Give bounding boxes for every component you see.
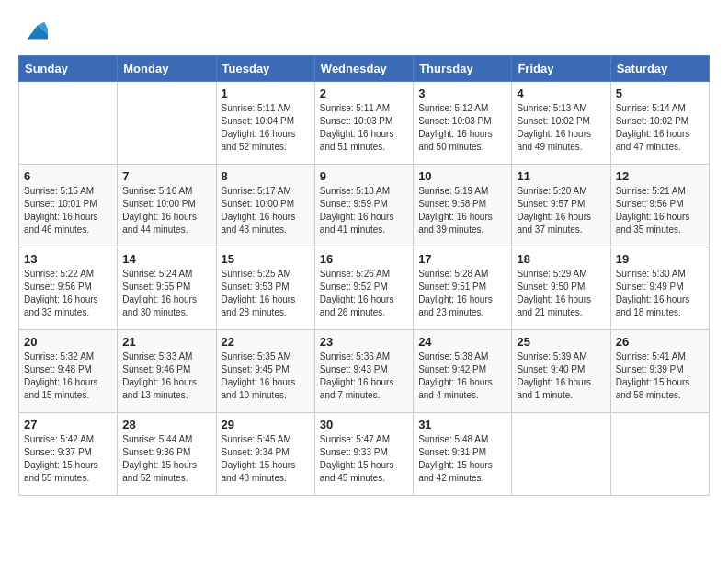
day-number: 23 <box>320 335 408 349</box>
calendar-cell: 4Sunrise: 5:13 AM Sunset: 10:02 PM Dayli… <box>512 82 610 165</box>
day-number: 5 <box>616 86 704 100</box>
day-number: 28 <box>122 418 210 431</box>
day-info: Sunrise: 5:21 AM Sunset: 9:56 PM Dayligh… <box>616 185 704 236</box>
weekday-header: Monday <box>118 56 216 82</box>
day-number: 18 <box>517 252 605 266</box>
day-number: 21 <box>122 335 210 349</box>
calendar-week-row: 27Sunrise: 5:42 AM Sunset: 9:37 PM Dayli… <box>19 413 710 496</box>
day-number: 15 <box>222 252 310 266</box>
day-info: Sunrise: 5:11 AM Sunset: 10:03 PM Daylig… <box>320 102 408 154</box>
day-info: Sunrise: 5:18 AM Sunset: 9:59 PM Dayligh… <box>320 185 408 236</box>
calendar-cell: 5Sunrise: 5:14 AM Sunset: 10:02 PM Dayli… <box>610 82 709 165</box>
calendar-cell: 19Sunrise: 5:30 AM Sunset: 9:49 PM Dayli… <box>610 247 709 330</box>
calendar-cell: 7Sunrise: 5:16 AM Sunset: 10:00 PM Dayli… <box>118 165 216 247</box>
calendar-cell: 20Sunrise: 5:32 AM Sunset: 9:48 PM Dayli… <box>19 330 118 413</box>
calendar-cell: 29Sunrise: 5:45 AM Sunset: 9:34 PM Dayli… <box>216 413 314 496</box>
weekday-header: Friday <box>512 56 610 82</box>
day-info: Sunrise: 5:35 AM Sunset: 9:45 PM Dayligh… <box>222 350 310 402</box>
day-info: Sunrise: 5:22 AM Sunset: 9:56 PM Dayligh… <box>24 268 112 319</box>
day-info: Sunrise: 5:32 AM Sunset: 9:48 PM Dayligh… <box>24 350 112 402</box>
calendar-table: SundayMondayTuesdayWednesdayThursdayFrid… <box>18 55 710 496</box>
day-number: 6 <box>24 169 112 183</box>
day-info: Sunrise: 5:45 AM Sunset: 9:34 PM Dayligh… <box>222 433 310 485</box>
day-info: Sunrise: 5:11 AM Sunset: 10:04 PM Daylig… <box>222 102 310 154</box>
day-info: Sunrise: 5:15 AM Sunset: 10:01 PM Daylig… <box>24 185 112 236</box>
day-number: 12 <box>616 169 704 183</box>
day-number: 24 <box>418 335 506 349</box>
calendar-cell: 27Sunrise: 5:42 AM Sunset: 9:37 PM Dayli… <box>19 413 118 496</box>
calendar-cell: 9Sunrise: 5:18 AM Sunset: 9:59 PM Daylig… <box>314 165 413 247</box>
day-info: Sunrise: 5:12 AM Sunset: 10:03 PM Daylig… <box>418 102 506 154</box>
calendar-cell: 31Sunrise: 5:48 AM Sunset: 9:31 PM Dayli… <box>414 413 512 496</box>
calendar-cell: 26Sunrise: 5:41 AM Sunset: 9:39 PM Dayli… <box>610 330 709 413</box>
weekday-header: Thursday <box>414 56 512 82</box>
weekday-header: Wednesday <box>314 56 413 82</box>
day-number: 19 <box>616 252 704 266</box>
day-number: 31 <box>418 418 506 431</box>
day-number: 9 <box>320 169 408 183</box>
calendar-cell: 16Sunrise: 5:26 AM Sunset: 9:52 PM Dayli… <box>314 247 413 330</box>
calendar-cell: 22Sunrise: 5:35 AM Sunset: 9:45 PM Dayli… <box>216 330 314 413</box>
day-info: Sunrise: 5:39 AM Sunset: 9:40 PM Dayligh… <box>517 350 605 402</box>
day-number: 11 <box>517 169 605 183</box>
calendar-cell: 28Sunrise: 5:44 AM Sunset: 9:36 PM Dayli… <box>118 413 216 496</box>
calendar-cell: 18Sunrise: 5:29 AM Sunset: 9:50 PM Dayli… <box>512 247 610 330</box>
calendar-cell: 1Sunrise: 5:11 AM Sunset: 10:04 PM Dayli… <box>216 82 314 165</box>
day-info: Sunrise: 5:19 AM Sunset: 9:58 PM Dayligh… <box>418 185 506 236</box>
calendar-cell: 17Sunrise: 5:28 AM Sunset: 9:51 PM Dayli… <box>414 247 512 330</box>
weekday-header: Sunday <box>19 56 118 82</box>
calendar-cell <box>19 82 118 165</box>
day-info: Sunrise: 5:13 AM Sunset: 10:02 PM Daylig… <box>517 102 605 154</box>
calendar-cell: 8Sunrise: 5:17 AM Sunset: 10:00 PM Dayli… <box>216 165 314 247</box>
calendar-week-row: 6Sunrise: 5:15 AM Sunset: 10:01 PM Dayli… <box>19 165 710 247</box>
day-number: 22 <box>222 335 310 349</box>
day-info: Sunrise: 5:24 AM Sunset: 9:55 PM Dayligh… <box>122 268 210 319</box>
day-info: Sunrise: 5:28 AM Sunset: 9:51 PM Dayligh… <box>418 268 506 319</box>
calendar-header-row: SundayMondayTuesdayWednesdayThursdayFrid… <box>19 56 710 82</box>
day-info: Sunrise: 5:14 AM Sunset: 10:02 PM Daylig… <box>616 102 704 154</box>
day-number: 10 <box>418 169 506 183</box>
day-number: 2 <box>320 86 408 100</box>
calendar-cell: 6Sunrise: 5:15 AM Sunset: 10:01 PM Dayli… <box>19 165 118 247</box>
calendar-week-row: 20Sunrise: 5:32 AM Sunset: 9:48 PM Dayli… <box>19 330 710 413</box>
calendar-cell: 15Sunrise: 5:25 AM Sunset: 9:53 PM Dayli… <box>216 247 314 330</box>
day-info: Sunrise: 5:38 AM Sunset: 9:42 PM Dayligh… <box>418 350 506 402</box>
day-number: 4 <box>517 86 605 100</box>
day-number: 20 <box>24 335 112 349</box>
calendar-cell: 13Sunrise: 5:22 AM Sunset: 9:56 PM Dayli… <box>19 247 118 330</box>
calendar-cell: 21Sunrise: 5:33 AM Sunset: 9:46 PM Dayli… <box>118 330 216 413</box>
day-info: Sunrise: 5:29 AM Sunset: 9:50 PM Dayligh… <box>517 268 605 319</box>
weekday-header: Tuesday <box>216 56 314 82</box>
day-info: Sunrise: 5:17 AM Sunset: 10:00 PM Daylig… <box>222 185 310 236</box>
calendar-cell: 23Sunrise: 5:36 AM Sunset: 9:43 PM Dayli… <box>314 330 413 413</box>
day-info: Sunrise: 5:26 AM Sunset: 9:52 PM Dayligh… <box>320 268 408 319</box>
calendar-cell: 12Sunrise: 5:21 AM Sunset: 9:56 PM Dayli… <box>610 165 709 247</box>
day-info: Sunrise: 5:47 AM Sunset: 9:33 PM Dayligh… <box>320 433 408 485</box>
calendar-cell <box>118 82 216 165</box>
day-info: Sunrise: 5:30 AM Sunset: 9:49 PM Dayligh… <box>616 268 704 319</box>
day-number: 16 <box>320 252 408 266</box>
day-number: 7 <box>122 169 210 183</box>
calendar-cell <box>512 413 610 496</box>
calendar-cell: 30Sunrise: 5:47 AM Sunset: 9:33 PM Dayli… <box>314 413 413 496</box>
calendar-cell: 2Sunrise: 5:11 AM Sunset: 10:03 PM Dayli… <box>314 82 413 165</box>
day-info: Sunrise: 5:16 AM Sunset: 10:00 PM Daylig… <box>122 185 210 236</box>
day-number: 1 <box>222 86 310 100</box>
day-number: 30 <box>320 418 408 431</box>
day-info: Sunrise: 5:41 AM Sunset: 9:39 PM Dayligh… <box>616 350 704 402</box>
day-info: Sunrise: 5:36 AM Sunset: 9:43 PM Dayligh… <box>320 350 408 402</box>
calendar-cell: 10Sunrise: 5:19 AM Sunset: 9:58 PM Dayli… <box>414 165 512 247</box>
day-info: Sunrise: 5:33 AM Sunset: 9:46 PM Dayligh… <box>122 350 210 402</box>
day-info: Sunrise: 5:25 AM Sunset: 9:53 PM Dayligh… <box>222 268 310 319</box>
logo <box>18 18 48 46</box>
day-number: 29 <box>222 418 310 431</box>
calendar-cell <box>610 413 709 496</box>
weekday-header: Saturday <box>610 56 709 82</box>
calendar-cell: 14Sunrise: 5:24 AM Sunset: 9:55 PM Dayli… <box>118 247 216 330</box>
day-info: Sunrise: 5:44 AM Sunset: 9:36 PM Dayligh… <box>122 433 210 485</box>
day-number: 17 <box>418 252 506 266</box>
calendar-cell: 3Sunrise: 5:12 AM Sunset: 10:03 PM Dayli… <box>414 82 512 165</box>
logo-icon <box>20 18 48 46</box>
calendar-cell: 25Sunrise: 5:39 AM Sunset: 9:40 PM Dayli… <box>512 330 610 413</box>
day-info: Sunrise: 5:20 AM Sunset: 9:57 PM Dayligh… <box>517 185 605 236</box>
